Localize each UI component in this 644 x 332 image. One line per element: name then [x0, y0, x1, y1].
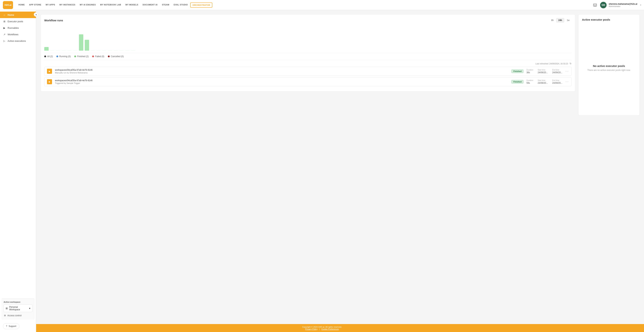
end-value: 24/09/20...	[552, 71, 562, 74]
nav-item-home[interactable]: HOME	[16, 3, 26, 8]
start-value: 24/09/20...	[538, 82, 548, 84]
workflow-runs-title: Workflow runs	[44, 19, 63, 22]
start-value: 24/09/20...	[538, 71, 548, 74]
sidebar-icon: ⌂	[3, 13, 6, 16]
chart-bar	[125, 50, 130, 51]
top-navigation: H2O.ai HOMEAPP STOREMY APPSMY INSTANCESM…	[0, 0, 644, 10]
run-path: workspaces/04caf35a-97a9-4e76-9146	[55, 69, 508, 71]
run-info: workspaces/04caf35a-97a9-4e76-9146 Manua…	[55, 69, 508, 74]
chart-bar	[79, 34, 83, 51]
svg-rect-8	[596, 5, 596, 6]
run-actions-menu[interactable]: ···	[566, 80, 569, 83]
nav-item-my-instances[interactable]: MY INSTANCES	[58, 3, 77, 8]
nav-item-my-apps[interactable]: MY APPS	[44, 3, 57, 8]
svg-rect-3	[595, 4, 596, 5]
nav-menu: HOMEAPP STOREMY APPSMY INSTANCESMY AI EN…	[16, 3, 592, 8]
run-expand-button[interactable]: ▶	[47, 79, 52, 84]
run-trigger: Manually run by Sherene Mahanama	[55, 72, 508, 74]
legend-item-red[interactable]: Failed (0)	[92, 55, 104, 58]
keyboard-icon	[593, 4, 597, 7]
chart-bar	[90, 50, 95, 51]
svg-rect-1	[594, 4, 594, 5]
sidebar-label: Home	[8, 14, 14, 16]
svg-rect-9	[594, 6, 596, 6]
no-pools-title: No active executor pools	[593, 64, 625, 68]
chart-bar	[85, 40, 89, 51]
nav-item-orchestrator[interactable]: ORCHESTRATOR	[190, 3, 212, 8]
nav-item-document-ai[interactable]: DOCUMENT AI	[141, 3, 159, 8]
end-label: End time	[552, 79, 562, 81]
user-chevron-icon[interactable]: ▾	[640, 4, 641, 6]
time-filter-8h[interactable]: 8h	[549, 18, 556, 23]
sidebar-item-home[interactable]: ⌂ Home	[0, 12, 36, 18]
sidebar-item-runnables[interactable]: ▶ Runnables	[0, 25, 36, 31]
run-meta: Duration 38s Start time 24/09/20... End …	[526, 69, 562, 74]
chart-bar	[44, 47, 48, 51]
chart-bar	[73, 50, 78, 51]
no-pools-message: No active executor pools There are no ac…	[582, 24, 636, 112]
last-refreshed-text: Last refreshed: 24/09/2024, 16:33:23	[536, 63, 568, 65]
sidebar-icon: ▷	[3, 40, 6, 42]
user-info[interactable]: sherene.mahanama@h2o.ai Administrator	[609, 3, 637, 8]
start-label: Start time	[538, 69, 548, 71]
nav-item-my-notebook-lab[interactable]: MY NOTEBOOK LAB	[98, 3, 123, 8]
chart-bar	[102, 50, 106, 51]
sidebar-item-active-executions[interactable]: ▷ Active executions	[0, 38, 36, 44]
run-actions-menu[interactable]: ···	[566, 70, 569, 73]
workspace-selector[interactable]: ⊞ Personal Workspace ▾	[4, 304, 32, 312]
sidebar-icon: ↗	[3, 33, 6, 36]
nav-item-steam[interactable]: STEAM	[160, 3, 171, 8]
main-content: Dashboard Workflow runs 8h24h1w All (2)R…	[36, 0, 644, 322]
status-badge: Finished	[511, 70, 524, 73]
duration-label: Duration	[526, 79, 533, 81]
run-path: workspaces/04caf35a-97a9-4e76-9146	[55, 79, 508, 82]
no-pools-desc: There are no active executor pools right…	[587, 69, 630, 71]
legend-dot	[74, 56, 76, 57]
sidebar-item-executor-pools[interactable]: ⊞ Executor pools	[0, 18, 36, 25]
access-control-link[interactable]: ⚙ Access control	[4, 313, 32, 317]
nav-item-my-models[interactable]: MY MODELS	[124, 3, 140, 8]
svg-rect-2	[594, 4, 595, 5]
chart-bar	[68, 50, 72, 51]
avatar[interactable]: SM	[600, 2, 606, 8]
sidebar: ◀ ⌂ Home ⊞ Executor pools ▶ Runnables ↗ …	[0, 10, 36, 322]
sidebar-icon: ▶	[3, 27, 6, 29]
nav-item-my-ai-engines[interactable]: MY AI ENGINES	[78, 3, 98, 8]
legend-item-darkred[interactable]: Cancelled (0)	[108, 55, 124, 58]
duration-label: Duration	[526, 69, 533, 71]
time-filter-1w[interactable]: 1w	[565, 18, 572, 23]
sidebar-label: Executor pools	[8, 20, 23, 23]
chart-legend: All (2)Running (0)Finished (2)Failed (0)…	[44, 53, 572, 60]
workflow-runs-header: Workflow runs 8h24h1w	[44, 18, 572, 23]
refresh-icon[interactable]: ↻	[570, 62, 572, 65]
keyboard-icon-btn[interactable]	[592, 2, 598, 8]
active-pools-title: Active executor pools	[582, 18, 610, 21]
legend-dot	[108, 56, 110, 57]
sidebar-item-workflows[interactable]: ↗ Workflows	[0, 31, 36, 38]
duration-value: 38s	[526, 71, 533, 74]
nav-right: SM sherene.mahanama@h2o.ai Administrator…	[592, 2, 641, 8]
legend-dot	[92, 56, 94, 57]
legend-item-green[interactable]: Finished (2)	[74, 55, 88, 58]
logo[interactable]: H2O.ai	[3, 1, 13, 9]
chart-bar	[56, 50, 60, 51]
legend-dot	[56, 56, 58, 57]
legend-item-blue[interactable]: Running (0)	[56, 55, 71, 58]
sidebar-label: Workflows	[8, 33, 18, 36]
legend-item-black[interactable]: All (2)	[44, 55, 53, 58]
nav-item-eval-studio[interactable]: EVAL STUDIO	[172, 3, 190, 8]
sidebar-label: Active executions	[8, 40, 26, 42]
svg-rect-5	[594, 5, 594, 6]
workspace-section: Active workspace ⊞ Personal Workspace ▾ …	[2, 298, 34, 320]
run-expand-button[interactable]: ▶	[47, 69, 52, 74]
table-row: ▶ workspaces/04caf35a-97a9-4e76-9146 Tri…	[44, 77, 572, 86]
workflow-chart	[44, 25, 572, 51]
time-filter-24h[interactable]: 24h	[556, 18, 564, 23]
refresh-row: Last refreshed: 24/09/2024, 16:33:23 ↻	[44, 62, 572, 65]
sidebar-toggle-button[interactable]: ◀	[34, 12, 38, 17]
chart-bar	[114, 50, 118, 51]
workflow-runs-card: Workflow runs 8h24h1w All (2)Running (0)…	[40, 14, 575, 92]
nav-item-app-store[interactable]: APP STORE	[27, 3, 43, 8]
access-control-icon: ⚙	[4, 314, 6, 317]
status-badge: Finished	[511, 80, 524, 84]
